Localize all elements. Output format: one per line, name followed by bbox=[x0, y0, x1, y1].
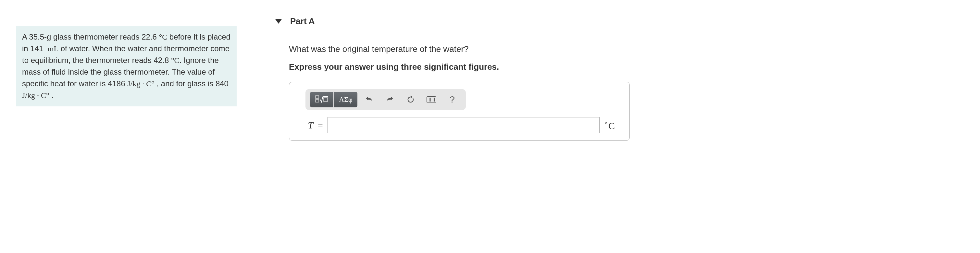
help-icon: ? bbox=[450, 94, 455, 105]
equation-toolbar: ΑΣφ ? bbox=[305, 89, 466, 110]
instruction-text: Express your answer using three signific… bbox=[289, 62, 630, 72]
keyboard-icon bbox=[426, 96, 436, 103]
svg-rect-0 bbox=[315, 96, 319, 98]
reset-icon bbox=[406, 95, 415, 104]
fraction-sqrt-icon bbox=[315, 94, 329, 105]
redo-icon bbox=[385, 95, 395, 104]
greek-icon: ΑΣφ bbox=[339, 95, 352, 104]
answer-unit: ∘C bbox=[604, 119, 620, 131]
keyboard-button[interactable] bbox=[422, 92, 441, 108]
greek-symbols-button[interactable]: ΑΣφ bbox=[334, 92, 357, 108]
undo-icon bbox=[364, 95, 374, 104]
help-button[interactable]: ? bbox=[443, 92, 461, 108]
answer-pane: Part A What was the original temperature… bbox=[253, 0, 980, 253]
answer-panel: ΑΣφ ? T bbox=[289, 82, 630, 141]
equals-sign: = bbox=[318, 120, 323, 130]
answer-row: T = ∘C bbox=[298, 117, 620, 133]
svg-rect-1 bbox=[315, 100, 319, 102]
redo-button[interactable] bbox=[381, 92, 399, 108]
question-text: What was the original temperature of the… bbox=[289, 44, 630, 54]
problem-pane: A 35.5-g glass thermometer reads 22.6 °C… bbox=[0, 0, 253, 253]
part-label: Part A bbox=[290, 16, 315, 26]
svg-rect-3 bbox=[324, 98, 328, 101]
degree-symbol: ∘ bbox=[604, 120, 608, 127]
answer-input[interactable] bbox=[328, 117, 600, 133]
template-buttons-group: ΑΣφ bbox=[310, 92, 357, 108]
problem-text: A 35.5-g glass thermometer reads 22.6 °C… bbox=[22, 32, 231, 100]
undo-button[interactable] bbox=[360, 92, 378, 108]
caret-down-icon[interactable] bbox=[275, 19, 282, 24]
reset-button[interactable] bbox=[401, 92, 420, 108]
part-header[interactable]: Part A bbox=[273, 13, 967, 31]
answer-variable: T bbox=[298, 120, 313, 131]
unit-c: C bbox=[608, 120, 615, 131]
problem-statement: A 35.5-g glass thermometer reads 22.6 °C… bbox=[16, 26, 237, 106]
fraction-sqrt-templates-button[interactable] bbox=[310, 92, 333, 108]
part-body: What was the original temperature of the… bbox=[273, 44, 630, 141]
